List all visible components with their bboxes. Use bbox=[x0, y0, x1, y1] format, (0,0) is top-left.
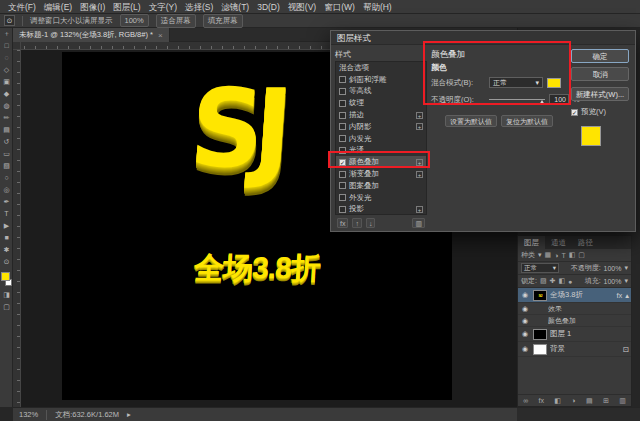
option-100-percent[interactable]: 100% bbox=[120, 14, 149, 27]
checkbox[interactable] bbox=[339, 88, 346, 95]
effect-name[interactable]: 颜色叠加 bbox=[548, 316, 629, 326]
eye-icon[interactable]: ◉ bbox=[520, 330, 530, 338]
checkbox[interactable] bbox=[339, 171, 346, 178]
preview-checkbox[interactable]: ✓ bbox=[571, 109, 578, 116]
gradient-tool[interactable]: ▧ bbox=[0, 160, 13, 172]
layer-row-text-layer[interactable]: ◉ SJ 全场3.8折 fx ▴ bbox=[518, 288, 631, 303]
tab-paths[interactable]: 路径 bbox=[572, 236, 599, 249]
ok-button[interactable]: 确定 bbox=[571, 49, 629, 63]
option-resize-windows[interactable]: 调整窗口大小以满屏显示 bbox=[30, 16, 113, 26]
fill-value[interactable]: 100% bbox=[604, 278, 622, 285]
style-item-outer-glow[interactable]: 外发光 bbox=[336, 192, 426, 204]
lock-artboard-icon[interactable]: ◧ bbox=[558, 277, 565, 285]
delete-effect-icon[interactable]: ▥ bbox=[412, 218, 425, 228]
checkbox[interactable] bbox=[339, 135, 346, 142]
delete-layer-icon[interactable]: ▥ bbox=[619, 397, 626, 405]
tab-layers[interactable]: 图层 bbox=[518, 236, 545, 249]
filter-shape-icon[interactable]: ◧ bbox=[569, 251, 576, 259]
add-instance-icon[interactable]: + bbox=[416, 123, 423, 130]
layer-thumbnail[interactable] bbox=[533, 344, 547, 355]
effects-label[interactable]: 效果 bbox=[548, 304, 629, 314]
blend-mode-select[interactable]: 正常 ▾ bbox=[521, 263, 559, 273]
checkbox[interactable] bbox=[339, 194, 346, 201]
filter-adjust-icon[interactable]: ◑ bbox=[554, 252, 558, 259]
menu-item-3d[interactable]: 3D(D) bbox=[253, 0, 284, 14]
style-item-pattern-overlay[interactable]: 图案叠加 bbox=[336, 180, 426, 192]
add-instance-icon[interactable]: + bbox=[416, 171, 423, 178]
shape-tool[interactable]: ■ bbox=[0, 232, 13, 244]
pen-tool[interactable]: ✒ bbox=[0, 196, 13, 208]
add-instance-icon[interactable]: + bbox=[416, 112, 423, 119]
layer-row-background[interactable]: ◉ 背景 ⊡ bbox=[518, 342, 631, 357]
crop-tool[interactable]: ▣ bbox=[0, 76, 13, 88]
menu-item-image[interactable]: 图像(I) bbox=[76, 0, 109, 14]
option-fill-screen[interactable]: 填充屏幕 bbox=[203, 14, 243, 28]
move-tool[interactable]: ＋ bbox=[0, 28, 13, 40]
new-group-icon[interactable]: ▤ bbox=[586, 397, 593, 405]
layer-row-effects[interactable]: ◉ 效果 bbox=[518, 303, 631, 315]
adjustment-layer-icon[interactable]: ◑ bbox=[571, 397, 575, 404]
menu-item-file[interactable]: 文件(F) bbox=[4, 0, 40, 14]
reset-default-button[interactable]: 复位为默认值 bbox=[501, 115, 553, 127]
style-item-texture[interactable]: 纹理 bbox=[336, 97, 426, 109]
menu-item-select[interactable]: 选择(S) bbox=[181, 0, 217, 14]
dodge-tool[interactable]: ◎ bbox=[0, 184, 13, 196]
clone-stamp-tool[interactable]: ▤ bbox=[0, 124, 13, 136]
style-item-inner-glow[interactable]: 内发光 bbox=[336, 133, 426, 145]
filter-pixel-icon[interactable]: ▦ bbox=[545, 251, 552, 259]
style-item-drop-shadow[interactable]: 投影 + bbox=[336, 204, 426, 215]
style-item-gradient-overlay[interactable]: 渐变叠加 + bbox=[336, 168, 426, 180]
caret-right-icon[interactable]: ▸ bbox=[127, 410, 131, 419]
new-style-button[interactable]: 新建样式(W)... bbox=[571, 87, 629, 101]
menu-item-window[interactable]: 窗口(W) bbox=[320, 0, 359, 14]
fx-badge[interactable]: fx bbox=[616, 291, 622, 300]
layer-thumbnail[interactable] bbox=[533, 329, 547, 340]
layer-name[interactable]: 图层 1 bbox=[550, 329, 629, 339]
marquee-tool[interactable]: □ bbox=[0, 40, 13, 52]
menu-item-filter[interactable]: 滤镜(T) bbox=[217, 0, 253, 14]
layer-row-layer1[interactable]: ◉ 图层 1 bbox=[518, 327, 631, 342]
checkbox[interactable] bbox=[339, 123, 346, 130]
cancel-button[interactable]: 取消 bbox=[571, 67, 629, 81]
eye-icon[interactable]: ◉ bbox=[520, 317, 530, 325]
layer-name[interactable]: 背景 bbox=[550, 344, 620, 354]
lock-all-icon[interactable]: ● bbox=[568, 278, 572, 285]
eyedropper-tool[interactable]: ◆ bbox=[0, 88, 13, 100]
document-tab[interactable]: 未标题-1 @ 132%(全场3.8折, RGB/8#) * × bbox=[13, 28, 170, 42]
type-tool[interactable]: T bbox=[0, 208, 13, 220]
blur-tool[interactable]: ○ bbox=[0, 172, 13, 184]
menu-item-help[interactable]: 帮助(H) bbox=[359, 0, 396, 14]
checkbox[interactable] bbox=[339, 206, 346, 213]
quick-mask-button[interactable]: ◨ bbox=[0, 289, 13, 301]
style-item-contour[interactable]: 等高线 bbox=[336, 86, 426, 98]
layer-name[interactable]: 全场3.8折 bbox=[550, 290, 613, 300]
filter-smart-icon[interactable]: ▢ bbox=[578, 251, 585, 259]
style-item-blending-options[interactable]: 混合选项 bbox=[336, 62, 426, 74]
opacity-value[interactable]: 100% bbox=[604, 265, 622, 272]
style-item-bevel-emboss[interactable]: 斜面和浮雕 bbox=[336, 74, 426, 86]
zoom-tool[interactable]: ⊙ bbox=[0, 256, 13, 268]
chevron-down-icon[interactable]: ▾ bbox=[624, 264, 628, 272]
add-effect-button[interactable]: fx bbox=[337, 218, 348, 228]
layer-row-color-overlay-effect[interactable]: ◉ 颜色叠加 bbox=[518, 315, 631, 327]
brush-tool[interactable]: ✏ bbox=[0, 112, 13, 124]
history-brush-tool[interactable]: ↺ bbox=[0, 136, 13, 148]
new-layer-icon[interactable]: ⊞ bbox=[603, 397, 609, 405]
style-item-stroke[interactable]: 描边 + bbox=[336, 109, 426, 121]
hand-tool[interactable]: ✱ bbox=[0, 244, 13, 256]
eye-icon[interactable]: ◉ bbox=[520, 291, 530, 299]
lock-position-icon[interactable]: ✚ bbox=[550, 277, 556, 285]
screen-mode-button[interactable]: ▢ bbox=[0, 301, 13, 313]
zoom-level[interactable]: 132% bbox=[19, 410, 38, 419]
lock-transparency-icon[interactable]: ▨ bbox=[540, 277, 547, 285]
menu-item-type[interactable]: 文字(Y) bbox=[145, 0, 181, 14]
eye-icon[interactable]: ◉ bbox=[520, 345, 530, 353]
menu-item-edit[interactable]: 编辑(E) bbox=[40, 0, 76, 14]
checkbox[interactable] bbox=[339, 100, 346, 107]
move-effect-up-icon[interactable]: ↑ bbox=[352, 218, 362, 228]
move-effect-down-icon[interactable]: ↓ bbox=[366, 218, 376, 228]
chevron-down-icon[interactable]: ▾ bbox=[538, 251, 542, 259]
checkbox[interactable] bbox=[339, 182, 346, 189]
collapse-effects-icon[interactable]: ▴ bbox=[625, 291, 629, 300]
healing-brush-tool[interactable]: ◍ bbox=[0, 100, 13, 112]
